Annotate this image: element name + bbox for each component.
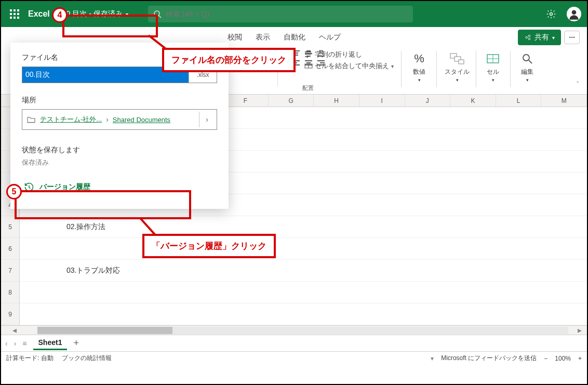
row-header[interactable]: 8 — [1, 282, 20, 303]
svg-point-7 — [528, 38, 530, 40]
svg-point-4 — [572, 10, 577, 15]
chevron-down-icon: ▾ — [552, 35, 555, 41]
status-bar: 計算モード: 自動 ブックの統計情報 ▾ Microsoft にフィードバックを… — [1, 351, 587, 365]
search-icon — [153, 10, 162, 18]
annotation-badge-5: 5 — [6, 184, 22, 200]
row-header[interactable]: 6 — [1, 238, 20, 260]
feedback-link[interactable]: Microsoft にフィードバックを送信 — [441, 354, 537, 363]
svg-line-1 — [159, 16, 161, 18]
annotation-badge-4: 4 — [52, 7, 68, 23]
zoom-out-icon[interactable]: − — [544, 355, 547, 362]
location-folder-link[interactable]: Shared Documents — [113, 116, 170, 124]
col-header[interactable]: J — [405, 95, 451, 107]
col-header[interactable]: L — [496, 95, 542, 107]
tab-help[interactable]: ヘルプ — [316, 31, 344, 44]
col-header[interactable]: G — [269, 95, 314, 107]
svg-rect-38 — [459, 60, 464, 64]
zoom-level[interactable]: 100% — [555, 355, 571, 362]
add-sheet-icon[interactable]: + — [73, 338, 79, 349]
sheet-nav-prev-icon[interactable]: ‹ — [5, 339, 8, 348]
location-label: 場所 — [22, 96, 217, 105]
tab-automate[interactable]: 自動化 — [280, 31, 309, 44]
app-name: Excel — [28, 9, 50, 19]
svg-point-2 — [550, 13, 553, 16]
all-sheets-icon[interactable]: ≡ — [22, 339, 26, 348]
col-header[interactable]: I — [359, 95, 405, 107]
svg-point-42 — [523, 55, 529, 61]
group-label-alignment: 配置 — [302, 84, 314, 93]
col-header[interactable]: F — [223, 95, 269, 107]
title-bar: Excel 00.目次 - 保存済み ▾ — [1, 1, 587, 27]
col-header[interactable]: M — [541, 95, 587, 107]
chevron-down-icon: ▾ — [126, 11, 128, 17]
scrollbar-thumb[interactable] — [37, 327, 172, 334]
more-button[interactable]: ··· — [564, 31, 580, 44]
search-input[interactable] — [166, 10, 408, 18]
share-label: 共有 — [534, 33, 549, 42]
version-history-label: バージョン履歴 — [39, 182, 90, 192]
share-button[interactable]: 共有 ▾ — [518, 30, 561, 45]
account-avatar[interactable] — [566, 6, 582, 22]
col-header[interactable]: H — [314, 95, 359, 107]
sheet-nav-next-icon[interactable]: › — [14, 339, 17, 348]
merge-center-button[interactable]: セルを結合して中央揃え ▾ — [304, 61, 394, 71]
calc-mode-label: 計算モード: 自動 — [6, 354, 54, 363]
wrap-text-button[interactable]: 字列の折り返し — [304, 50, 394, 59]
svg-point-5 — [526, 36, 528, 38]
app-launcher-icon[interactable] — [6, 6, 23, 22]
version-history-button[interactable]: バージョン履歴 — [22, 178, 217, 196]
svg-rect-33 — [305, 54, 311, 55]
row-header[interactable]: 5 — [1, 216, 20, 238]
svg-rect-32 — [305, 51, 311, 52]
location-go-icon[interactable]: › — [199, 112, 215, 127]
svg-point-0 — [154, 11, 159, 16]
zoom-in-icon[interactable]: + — [578, 355, 582, 362]
cell[interactable]: 02.操作方法 — [20, 216, 587, 238]
sheet-tab[interactable]: Sheet1 — [33, 336, 68, 350]
history-icon — [24, 182, 34, 192]
row-header[interactable]: 7 — [1, 260, 20, 282]
file-title-text: 00.目次 - 保存済み — [62, 9, 123, 19]
save-state-label: 状態を保存します — [22, 145, 217, 155]
svg-line-43 — [529, 60, 532, 63]
location-team-link[interactable]: テストチーム-社外... — [40, 115, 102, 124]
cell[interactable]: 03.トラブル対応 — [20, 260, 587, 282]
row-header[interactable]: 9 — [1, 303, 20, 325]
annotation-callout-2: 「バージョン履歴」クリック — [142, 234, 276, 258]
svg-point-6 — [528, 35, 530, 37]
search-box[interactable] — [148, 6, 413, 22]
annotation-callout-1: ファイル名の部分をクリック — [162, 48, 296, 72]
saved-status: 保存済み — [22, 158, 217, 167]
sheet-tab-bar: ‹ › ≡ Sheet1 + — [1, 335, 587, 351]
horizontal-scrollbar[interactable]: ◂ ▸ — [1, 325, 587, 335]
folder-icon — [26, 116, 36, 123]
file-title-button[interactable]: 00.目次 - 保存済み ▾ — [57, 7, 133, 21]
workbook-stats-label[interactable]: ブックの統計情報 — [62, 354, 112, 363]
location-row: テストチーム-社外... › Shared Documents › — [22, 109, 217, 130]
col-header[interactable]: K — [450, 95, 496, 107]
tab-view[interactable]: 表示 — [252, 31, 273, 44]
settings-icon[interactable] — [543, 6, 559, 22]
